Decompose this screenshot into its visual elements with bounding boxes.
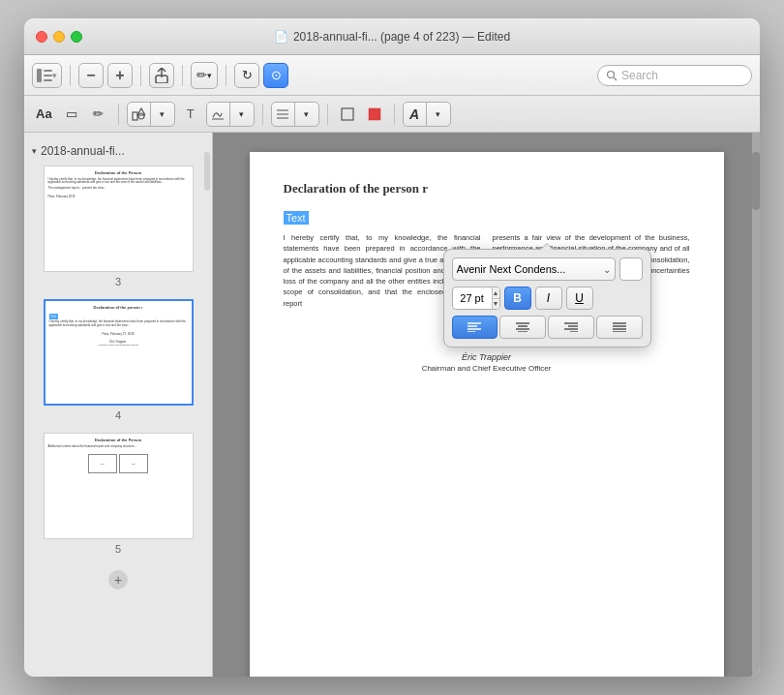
font-size-value: 27 pt: [453, 292, 492, 304]
font-style-group: A ▾: [403, 102, 451, 127]
zoom-out-button[interactable]: −: [78, 63, 104, 88]
svg-marker-9: [137, 108, 145, 115]
svg-rect-3: [44, 79, 52, 81]
align-center-button[interactable]: [499, 316, 546, 339]
search-icon: [606, 70, 618, 81]
thumb-content-4: Declaration of the person r Text I hereb…: [45, 301, 192, 404]
search-box[interactable]: Search: [597, 65, 752, 86]
signature-title: Chairman and Chief Executive Officer: [284, 364, 690, 373]
bold-label: B: [513, 291, 522, 305]
size-up-button[interactable]: ▲: [493, 287, 499, 299]
collapse-icon[interactable]: ▾: [32, 146, 37, 156]
italic-label: I: [547, 291, 550, 305]
font-family-row: Avenir Next Condens... ⌄: [452, 257, 643, 281]
lines-button[interactable]: [272, 103, 295, 126]
sign-arrow[interactable]: ▾: [230, 103, 254, 126]
sep-ann3: [327, 104, 328, 125]
sidebar-thumb-page3[interactable]: Declaration of the Person I hereby certi…: [44, 166, 194, 272]
font-style-arrow[interactable]: ▾: [427, 103, 450, 126]
font-dropdown-icon: ⌄: [603, 264, 611, 275]
page-num-3: 3: [24, 276, 212, 287]
annotate-group: ✏ ▾: [191, 62, 218, 89]
svg-rect-7: [133, 112, 137, 120]
font-size-row: 27 pt ▲ ▼ B I U: [452, 287, 643, 310]
annotate-button[interactable]: ✏ ▾: [192, 63, 217, 88]
sidebar: ▾ 2018-annual-fi... Declaration of the P…: [24, 133, 213, 677]
separator4: [226, 65, 226, 86]
sidebar-filename: 2018-annual-fi...: [41, 144, 125, 158]
border-box-button[interactable]: [336, 103, 359, 126]
document-area: Avenir Next Condens... ⌄ 27 pt ▲ ▼: [213, 133, 760, 677]
toolbar-annotations: Aa ▭ ✏ ▾ T ▾: [24, 96, 760, 133]
separator: [70, 65, 71, 86]
text-size-button[interactable]: Aa: [32, 103, 56, 126]
sep-ann2: [262, 104, 263, 125]
font-size-input[interactable]: 27 pt ▲ ▼: [452, 287, 500, 310]
sep-ann1: [118, 104, 119, 125]
font-color-swatch[interactable]: [619, 257, 643, 281]
color-button[interactable]: [363, 103, 386, 126]
sidebar-thumb-page4[interactable]: Declaration of the person r Text I hereb…: [44, 299, 194, 406]
main-window: 📄 2018-annual-fi... (page 4 of 223) — Ed…: [24, 18, 760, 677]
rect-select-button[interactable]: ▭: [60, 103, 83, 126]
page-heading: Declaration of the person r: [284, 181, 690, 196]
sidebar-toggle-button[interactable]: ▾: [32, 63, 62, 88]
svg-rect-2: [44, 75, 52, 76]
rotate-button[interactable]: ↻: [234, 63, 259, 88]
thumb-content-3: Declaration of the Person I hereby certi…: [45, 166, 193, 271]
svg-rect-0: [37, 69, 42, 82]
window-title: 📄 2018-annual-fi... (page 4 of 223) — Ed…: [274, 30, 510, 44]
lines-group: ▾: [271, 102, 319, 127]
align-left-button[interactable]: [452, 316, 498, 339]
shapes-group: ▾: [127, 102, 175, 127]
text-button[interactable]: T: [179, 103, 202, 126]
svg-point-5: [608, 71, 615, 77]
size-stepper: ▲ ▼: [492, 287, 499, 309]
share-button[interactable]: [149, 63, 174, 88]
scrollbar-thumb[interactable]: [752, 152, 760, 210]
page-num-5: 5: [24, 543, 212, 555]
zoom-in-button[interactable]: +: [107, 63, 133, 88]
align-right-button[interactable]: [548, 316, 594, 339]
svg-rect-1: [44, 70, 52, 72]
svg-rect-14: [342, 108, 353, 120]
sidebar-header: ▾ 2018-annual-fi...: [24, 140, 212, 166]
signature-name: Éric Trappier: [284, 352, 690, 362]
align-justify-button[interactable]: [596, 316, 643, 339]
font-style-button[interactable]: A: [404, 103, 427, 126]
toolbar-navigation: ▾ − + ✏ ▾ ↻ ⊙ Search: [24, 55, 760, 96]
shapes-button[interactable]: [128, 103, 151, 126]
sign-group: ▾: [206, 102, 255, 127]
font-family-select[interactable]: Avenir Next Condens... ⌄: [452, 257, 616, 281]
pdf-page: Avenir Next Condens... ⌄ 27 pt ▲ ▼: [250, 152, 724, 677]
alignment-row: [452, 316, 643, 339]
title-bar: 📄 2018-annual-fi... (page 4 of 223) — Ed…: [24, 18, 760, 55]
underline-label: U: [575, 291, 584, 305]
minimize-button[interactable]: [53, 31, 65, 43]
italic-button[interactable]: I: [535, 287, 562, 310]
close-button[interactable]: [36, 31, 47, 43]
thumb-content-5: Declaration of the Person Additional con…: [45, 434, 193, 538]
pencil-button[interactable]: ✏: [87, 103, 110, 126]
sidebar-thumb-page5[interactable]: Declaration of the Person Additional con…: [44, 433, 194, 539]
lines-arrow[interactable]: ▾: [295, 103, 318, 126]
bold-button[interactable]: B: [504, 287, 531, 310]
main-content: ▾ 2018-annual-fi... Declaration of the P…: [24, 133, 760, 677]
text-highlight[interactable]: Text: [284, 211, 309, 225]
underline-button[interactable]: U: [566, 287, 593, 310]
shapes-arrow[interactable]: ▾: [151, 103, 174, 126]
add-page-button[interactable]: +: [108, 570, 128, 589]
svg-line-6: [614, 77, 617, 80]
font-name-label: Avenir Next Condens...: [457, 263, 566, 275]
separator3: [182, 65, 183, 86]
size-down-button[interactable]: ▼: [493, 299, 499, 310]
maximize-button[interactable]: [71, 31, 82, 43]
sidebar-scrollbar[interactable]: [204, 152, 210, 191]
circle-active-button[interactable]: ⊙: [263, 63, 288, 88]
font-panel: Avenir Next Condens... ⌄ 27 pt ▲ ▼: [443, 249, 651, 348]
document-scrollbar[interactable]: [752, 133, 760, 677]
page-num-4: 4: [24, 409, 212, 421]
search-placeholder: Search: [621, 69, 658, 82]
separator2: [140, 65, 141, 86]
sign-button[interactable]: [207, 103, 230, 126]
